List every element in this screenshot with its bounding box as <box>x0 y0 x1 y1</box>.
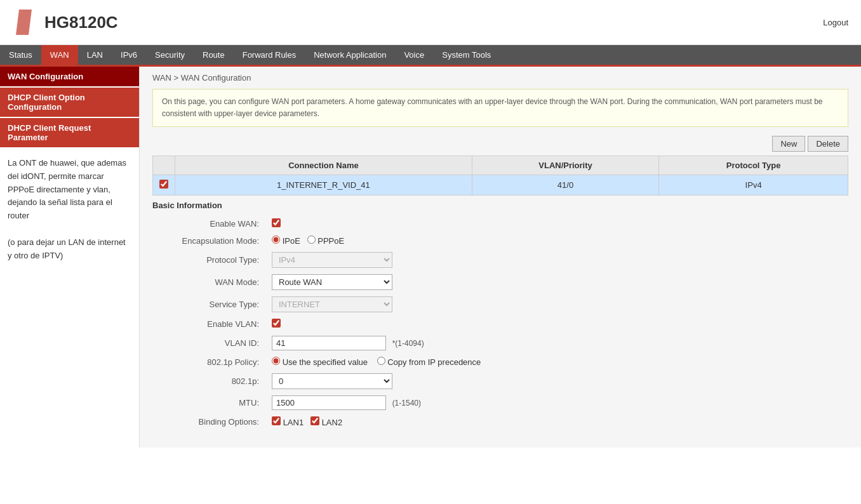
sidebar-annotation: La ONT de huawei, que ademas del idONT, … <box>0 147 139 272</box>
field-encapsulation: Encapsulation Mode: IPoE PPPoE <box>152 232 848 249</box>
col-checkbox <box>153 156 175 175</box>
sidebar: WAN Configuration DHCP Client Option Con… <box>0 67 140 448</box>
info-box: On this page, you can configure WAN port… <box>152 89 848 127</box>
field-service-type: Service Type: INTERNET TR069 VOIP OTHER <box>152 293 848 315</box>
nav-status[interactable]: Status <box>0 45 41 65</box>
field-vlan-id: VLAN ID: *(1-4094) <box>152 333 848 354</box>
enable-wan-checkbox[interactable] <box>272 218 281 227</box>
field-protocol-type: Protocol Type: IPv4 IPv6 IPv4/IPv6 <box>152 249 848 271</box>
label-binding-options: Binding Options: <box>152 413 267 430</box>
row-connection-name: 1_INTERNET_R_VID_41 <box>175 175 472 196</box>
label-lan2: LAN2 <box>322 418 343 427</box>
label-protocol-type: Protocol Type: <box>152 249 267 271</box>
service-type-select[interactable]: INTERNET TR069 VOIP OTHER <box>272 296 392 312</box>
value-8021p-policy: Use the specified value Copy from IP pre… <box>267 354 848 370</box>
radio-copy-ip[interactable] <box>377 357 385 365</box>
protocol-type-select[interactable]: IPv4 IPv6 IPv4/IPv6 <box>272 252 392 268</box>
nav-network-application[interactable]: Network Application <box>305 45 395 65</box>
value-encapsulation: IPoE PPPoE <box>267 232 848 249</box>
label-service-type: Service Type: <box>152 293 267 315</box>
field-mtu: MTU: (1-1540) <box>152 392 848 413</box>
nav-forward-rules[interactable]: Forward Rules <box>234 45 305 65</box>
label-mtu: MTU: <box>152 392 267 413</box>
nav-system-tools[interactable]: System Tools <box>433 45 500 65</box>
radio-pppoe[interactable] <box>307 235 316 244</box>
nav-voice[interactable]: Voice <box>395 45 433 65</box>
header: HG8120C Logout <box>0 0 861 45</box>
main-content: WAN > WAN Configuration On this page, yo… <box>140 67 861 448</box>
label-ipoe: IPoE <box>283 236 300 246</box>
row-vlan-priority: 41/0 <box>472 175 658 196</box>
value-enable-vlan <box>267 315 848 333</box>
8021p-select[interactable]: 0 1 2 3 4 5 6 7 <box>272 373 392 389</box>
layout: WAN Configuration DHCP Client Option Con… <box>0 67 861 448</box>
value-wan-mode: Route WAN Bridge WAN <box>267 271 848 293</box>
nav-lan[interactable]: LAN <box>78 45 112 65</box>
app-title: HG8120C <box>44 13 118 32</box>
label-enable-wan: Enable WAN: <box>152 215 267 232</box>
form-table: Enable WAN: Encapsulation Mode: IPoE PPP… <box>152 215 848 430</box>
enable-vlan-checkbox[interactable] <box>272 319 281 328</box>
radio-ipoe[interactable] <box>272 235 280 244</box>
navbar: Status WAN LAN IPv6 Security Route Forwa… <box>0 45 861 65</box>
label-8021p: 802.1p: <box>152 370 267 392</box>
field-enable-vlan: Enable VLAN: <box>152 315 848 333</box>
label-use-specified: Use the specified value <box>283 357 368 367</box>
vlan-id-input[interactable] <box>272 336 386 350</box>
value-mtu: (1-1540) <box>267 392 848 413</box>
mtu-hint: (1-1540) <box>392 399 421 408</box>
svg-marker-0 <box>16 10 32 35</box>
vlan-id-hint: *(1-4094) <box>392 339 424 348</box>
table-row[interactable]: 1_INTERNET_R_VID_41 41/0 IPv4 <box>153 175 848 196</box>
label-pppoe: PPPoE <box>317 236 344 246</box>
label-enable-vlan: Enable VLAN: <box>152 315 267 333</box>
value-protocol-type: IPv4 IPv6 IPv4/IPv6 <box>267 249 848 271</box>
delete-button[interactable]: Delete <box>808 136 848 152</box>
logo-area: HG8120C <box>13 6 118 38</box>
value-vlan-id: *(1-4094) <box>267 333 848 354</box>
field-8021p: 802.1p: 0 1 2 3 4 5 6 7 <box>152 370 848 392</box>
row-checkbox[interactable] <box>159 180 168 189</box>
wan-table: Connection Name VLAN/Priority Protocol T… <box>152 156 848 196</box>
value-enable-wan <box>267 215 848 232</box>
nav-route[interactable]: Route <box>194 45 234 65</box>
sidebar-item-dhcp-option[interactable]: DHCP Client Option Configuration <box>0 88 139 117</box>
sidebar-item-wan-configuration[interactable]: WAN Configuration <box>0 67 139 86</box>
label-lan1: LAN1 <box>283 418 304 427</box>
value-binding-options: LAN1 LAN2 <box>267 413 848 430</box>
row-checkbox-cell[interactable] <box>153 175 175 196</box>
section-title: Basic Information <box>152 196 848 213</box>
value-service-type: INTERNET TR069 VOIP OTHER <box>267 293 848 315</box>
col-connection-name: Connection Name <box>175 156 472 175</box>
binding-lan1-checkbox[interactable] <box>272 416 281 425</box>
col-vlan-priority: VLAN/Priority <box>472 156 658 175</box>
nav-ipv6[interactable]: IPv6 <box>112 45 146 65</box>
field-wan-mode: WAN Mode: Route WAN Bridge WAN <box>152 271 848 293</box>
table-toolbar: New Delete <box>152 136 848 152</box>
label-8021p-policy: 802.1p Policy: <box>152 354 267 370</box>
field-binding-options: Binding Options: LAN1 LAN2 <box>152 413 848 430</box>
label-vlan-id: VLAN ID: <box>152 333 267 354</box>
sidebar-item-dhcp-request[interactable]: DHCP Client Request Parameter <box>0 118 139 147</box>
new-button[interactable]: New <box>772 136 805 152</box>
logout-button[interactable]: Logout <box>823 18 848 27</box>
label-wan-mode: WAN Mode: <box>152 271 267 293</box>
mtu-input[interactable] <box>272 395 386 410</box>
field-8021p-policy: 802.1p Policy: Use the specified value C… <box>152 354 848 370</box>
label-encapsulation: Encapsulation Mode: <box>152 232 267 249</box>
radio-use-specified[interactable] <box>272 357 280 365</box>
value-8021p: 0 1 2 3 4 5 6 7 <box>267 370 848 392</box>
nav-wan[interactable]: WAN <box>41 45 78 65</box>
col-protocol-type: Protocol Type <box>659 156 848 175</box>
binding-lan2-checkbox[interactable] <box>310 416 319 425</box>
nav-security[interactable]: Security <box>146 45 194 65</box>
field-enable-wan: Enable WAN: <box>152 215 848 232</box>
breadcrumb: WAN > WAN Configuration <box>152 73 848 83</box>
logo-icon <box>13 6 38 38</box>
wan-mode-select[interactable]: Route WAN Bridge WAN <box>272 274 392 290</box>
label-copy-ip: Copy from IP precedence <box>387 357 481 367</box>
row-protocol-type: IPv4 <box>659 175 848 196</box>
